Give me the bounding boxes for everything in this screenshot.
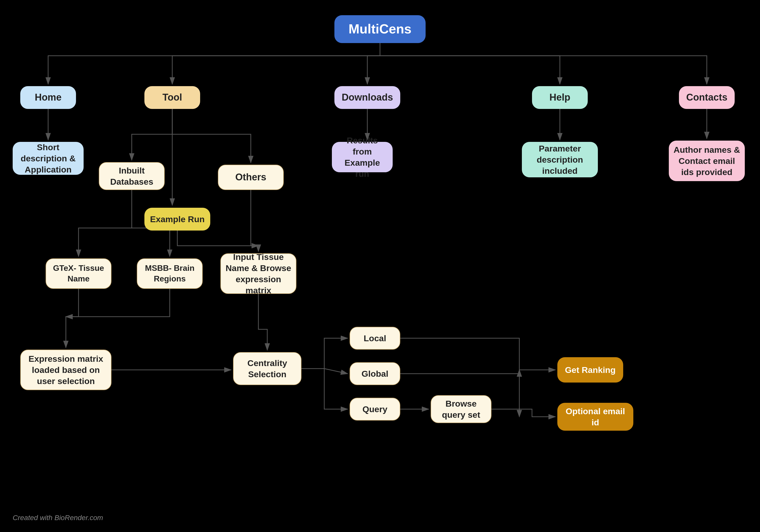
home-desc-node: Short description & Application bbox=[13, 142, 84, 175]
contacts-author-node: Author names & Contact email ids provide… bbox=[669, 141, 745, 181]
contacts-author-label: Author names & Contact email ids provide… bbox=[673, 144, 740, 178]
msbb-label: MSBB- Brain Regions bbox=[142, 263, 198, 284]
centrality-label: Centrality Selection bbox=[238, 358, 296, 380]
tool-label: Tool bbox=[163, 91, 182, 104]
optional-email-node[interactable]: Optional email id bbox=[557, 403, 633, 431]
help-param-node: Parameter description included bbox=[522, 142, 598, 177]
downloads-results-label: Results from Example run bbox=[336, 135, 388, 180]
centrality-node: Centrality Selection bbox=[233, 352, 302, 385]
global-node: Global bbox=[350, 362, 400, 385]
root-node: MultiCens bbox=[334, 15, 426, 43]
browse-query-label: Browse query set bbox=[436, 398, 486, 420]
home-label: Home bbox=[35, 91, 62, 104]
root-label: MultiCens bbox=[349, 21, 411, 38]
input-tissue-node: Input Tissue Name & Browse expression ma… bbox=[220, 253, 296, 294]
query-node: Query bbox=[350, 398, 400, 420]
contacts-node: Contacts bbox=[679, 86, 735, 109]
input-tissue-label: Input Tissue Name & Browse expression ma… bbox=[225, 251, 291, 296]
query-label: Query bbox=[362, 404, 387, 415]
gtex-label: GTeX- Tissue Name bbox=[51, 263, 106, 284]
watermark-text: Created with BioRender.com bbox=[13, 514, 103, 522]
gtex-node: GTeX- Tissue Name bbox=[46, 259, 112, 289]
browse-query-node[interactable]: Browse query set bbox=[431, 395, 492, 423]
example-run-node: Example Run bbox=[144, 208, 210, 230]
others-node: Others bbox=[218, 165, 284, 190]
contacts-label: Contacts bbox=[686, 91, 728, 104]
global-label: Global bbox=[361, 368, 388, 379]
help-node: Help bbox=[532, 86, 588, 109]
example-run-label: Example Run bbox=[150, 214, 205, 225]
inbuilt-label: Inbuilt Databases bbox=[104, 165, 160, 187]
expression-matrix-node: Expression matrix loaded based on user s… bbox=[20, 350, 112, 390]
local-node: Local bbox=[350, 327, 400, 350]
home-node: Home bbox=[20, 86, 76, 109]
tool-node: Tool bbox=[144, 86, 200, 109]
msbb-node: MSBB- Brain Regions bbox=[137, 259, 203, 289]
downloads-results-node: Results from Example run bbox=[332, 142, 393, 172]
home-desc-label: Short description & Application bbox=[17, 142, 79, 175]
expression-matrix-label: Expression matrix loaded based on user s… bbox=[25, 353, 106, 387]
downloads-node: Downloads bbox=[334, 86, 400, 109]
local-label: Local bbox=[364, 333, 386, 344]
downloads-label: Downloads bbox=[342, 91, 393, 104]
watermark: Created with BioRender.com bbox=[13, 514, 103, 522]
optional-email-label: Optional email id bbox=[562, 406, 629, 428]
others-label: Others bbox=[235, 171, 266, 183]
help-label: Help bbox=[549, 91, 570, 104]
get-ranking-node[interactable]: Get Ranking bbox=[557, 357, 623, 383]
get-ranking-label: Get Ranking bbox=[565, 364, 616, 375]
help-param-label: Parameter description included bbox=[526, 143, 593, 176]
inbuilt-node: Inbuilt Databases bbox=[99, 162, 165, 190]
